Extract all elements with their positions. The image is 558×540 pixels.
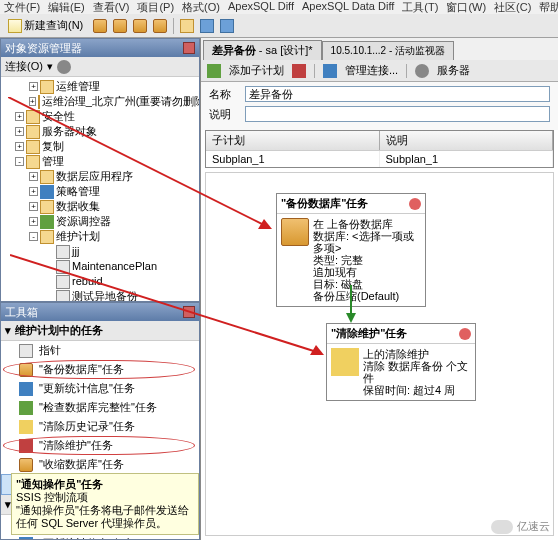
- svg-marker-1: [346, 313, 356, 323]
- tree-node[interactable]: jjj: [3, 244, 197, 259]
- tree-node[interactable]: +策略管理: [3, 184, 197, 199]
- close-icon[interactable]: [183, 42, 195, 54]
- save-icon[interactable]: [200, 19, 214, 33]
- save-all-icon[interactable]: [220, 19, 234, 33]
- tree-node[interactable]: +复制: [3, 139, 197, 154]
- toolbox-list: 指针"备份数据库"任务"更新统计信息"任务"检查数据库完整性"任务"清除历史记录…: [1, 341, 199, 495]
- menu-item[interactable]: 帮助(H): [539, 0, 558, 14]
- delete-icon[interactable]: [292, 64, 306, 78]
- tree-node[interactable]: +安全性: [3, 109, 197, 124]
- plan-name-input[interactable]: [245, 86, 550, 102]
- tree-node[interactable]: +资源调控器: [3, 214, 197, 229]
- task-icon: [19, 401, 33, 415]
- server-button[interactable]: 服务器: [437, 63, 470, 78]
- expand-icon[interactable]: +: [15, 112, 24, 121]
- tree-node[interactable]: -管理: [3, 154, 197, 169]
- menu-item[interactable]: 格式(O): [182, 0, 220, 14]
- document-tabs: 差异备份 - sa [设计]* 10.5.10.1...2 - 活动监视器: [201, 38, 558, 60]
- refresh-icon[interactable]: [57, 60, 71, 74]
- menu-item[interactable]: 社区(C): [494, 0, 531, 14]
- connect-button[interactable]: 连接(O): [5, 59, 43, 74]
- menu-item[interactable]: 项目(P): [137, 0, 174, 14]
- expand-icon[interactable]: +: [29, 217, 38, 226]
- task-label: 指针: [39, 343, 61, 358]
- watermark-text: 亿速云: [517, 519, 550, 534]
- expand-icon[interactable]: +: [29, 82, 38, 91]
- add-subplan-icon: [207, 64, 221, 78]
- add-subplan-button[interactable]: 添加子计划: [229, 63, 284, 78]
- tree-node[interactable]: +运维治理_北京广州(重要请勿删除): [3, 94, 197, 109]
- tree-node[interactable]: +数据收集: [3, 199, 197, 214]
- tooltip: "通知操作员"任务 SSIS 控制流项 "通知操作员"任务将电子邮件发送给任何 …: [11, 473, 199, 535]
- db-icon[interactable]: [113, 19, 127, 33]
- tree-node[interactable]: +运维管理: [3, 79, 197, 94]
- toolbox-category[interactable]: ▾维护计划中的任务: [1, 321, 199, 341]
- svg-marker-5: [310, 345, 324, 355]
- menu-item[interactable]: 窗口(W): [446, 0, 486, 14]
- node-label: 数据收集: [56, 199, 100, 214]
- task-label: "清除历史记录"任务: [39, 419, 135, 434]
- menu-item[interactable]: ApexSQL Data Diff: [302, 0, 394, 14]
- expand-icon[interactable]: +: [29, 187, 38, 196]
- toolbox-item[interactable]: "清除维护"任务: [1, 436, 199, 455]
- toolbox-item[interactable]: "更新统计信息"任务: [1, 379, 199, 398]
- tab-label: - sa [设计]*: [259, 44, 313, 56]
- grid-row[interactable]: Subplan_1 Subplan_1: [206, 150, 553, 167]
- task-details: 在 上备份数据库 数据库: <选择一项或多项> 类型: 完整 追加现有 目标: …: [313, 218, 421, 302]
- new-query-button[interactable]: 新建查询(N): [4, 17, 87, 34]
- tree-node[interactable]: rebuid: [3, 274, 197, 289]
- cleanup-task[interactable]: "清除维护"任务 上的清除维护 清除 数据库备份 个文件 保留时间: 超过4 周: [326, 323, 476, 401]
- toolbox-item[interactable]: 指针: [1, 341, 199, 360]
- db-icon[interactable]: [133, 19, 147, 33]
- node-label: 测试异地备份: [72, 289, 138, 301]
- expand-icon[interactable]: -: [15, 157, 24, 166]
- tree-node[interactable]: 测试异地备份: [3, 289, 197, 301]
- node-label: 安全性: [42, 109, 75, 124]
- expand-icon[interactable]: -: [29, 232, 38, 241]
- grid-header[interactable]: 说明: [380, 131, 554, 150]
- backup-database-task[interactable]: "备份数据库"任务 在 上备份数据库 数据库: <选择一项或多项> 类型: 完整…: [276, 193, 426, 307]
- tree-node[interactable]: +数据层应用程序: [3, 169, 197, 184]
- plan-desc-input[interactable]: [245, 106, 550, 122]
- node-icon: [26, 140, 40, 154]
- tab-label: 差异备份: [212, 44, 256, 56]
- toolbox-item[interactable]: "检查数据库完整性"任务: [1, 398, 199, 417]
- design-canvas[interactable]: "备份数据库"任务 在 上备份数据库 数据库: <选择一项或多项> 类型: 完整…: [205, 172, 554, 536]
- task-label: "收缩数据库"任务: [39, 457, 124, 472]
- expand-icon[interactable]: +: [29, 172, 38, 181]
- tree-node[interactable]: +服务器对象: [3, 124, 197, 139]
- grid-header[interactable]: 子计划: [206, 131, 380, 150]
- subplan-grid[interactable]: 子计划 说明 Subplan_1 Subplan_1: [205, 130, 554, 168]
- object-explorer-header: 对象资源管理器: [1, 39, 199, 57]
- node-icon: [56, 245, 70, 259]
- expand-icon[interactable]: +: [15, 127, 24, 136]
- expand-icon[interactable]: +: [15, 142, 24, 151]
- tree-node[interactable]: MaintenancePlan: [3, 259, 197, 274]
- menu-item[interactable]: ApexSQL Diff: [228, 0, 294, 14]
- tab-item[interactable]: 差异备份 - sa [设计]*: [203, 40, 322, 60]
- menu-item[interactable]: 查看(V): [93, 0, 130, 14]
- node-icon: [40, 215, 54, 229]
- node-icon: [38, 95, 40, 109]
- desc-label: 说明: [209, 107, 239, 122]
- node-label: MaintenancePlan: [72, 259, 157, 274]
- expand-icon[interactable]: +: [29, 97, 36, 106]
- object-explorer-toolbar: 连接(O)▾: [1, 57, 199, 77]
- db-icon[interactable]: [153, 19, 167, 33]
- manage-connections-button[interactable]: 管理连接...: [345, 63, 398, 78]
- db-icon[interactable]: [93, 19, 107, 33]
- node-icon: [40, 80, 54, 94]
- toolbox-item[interactable]: "收缩数据库"任务: [1, 455, 199, 474]
- object-tree[interactable]: +运维管理+运维治理_北京广州(重要请勿删除)+安全性+服务器对象+复制-管理+…: [1, 77, 199, 301]
- toolbox-item[interactable]: "清除历史记录"任务: [1, 417, 199, 436]
- tab-item[interactable]: 10.5.10.1...2 - 活动监视器: [322, 41, 455, 60]
- expand-icon[interactable]: +: [29, 202, 38, 211]
- tree-node[interactable]: -维护计划: [3, 229, 197, 244]
- menu-item[interactable]: 编辑(E): [48, 0, 85, 14]
- menu-item[interactable]: 工具(T): [402, 0, 438, 14]
- open-icon[interactable]: [180, 19, 194, 33]
- menu-item[interactable]: 文件(F): [4, 0, 40, 14]
- toolbox-item[interactable]: "备份数据库"任务: [1, 360, 199, 379]
- toolbox-body: ▾维护计划中的任务 指针"备份数据库"任务"更新统计信息"任务"检查数据库完整性…: [1, 321, 199, 539]
- close-icon[interactable]: [183, 306, 195, 318]
